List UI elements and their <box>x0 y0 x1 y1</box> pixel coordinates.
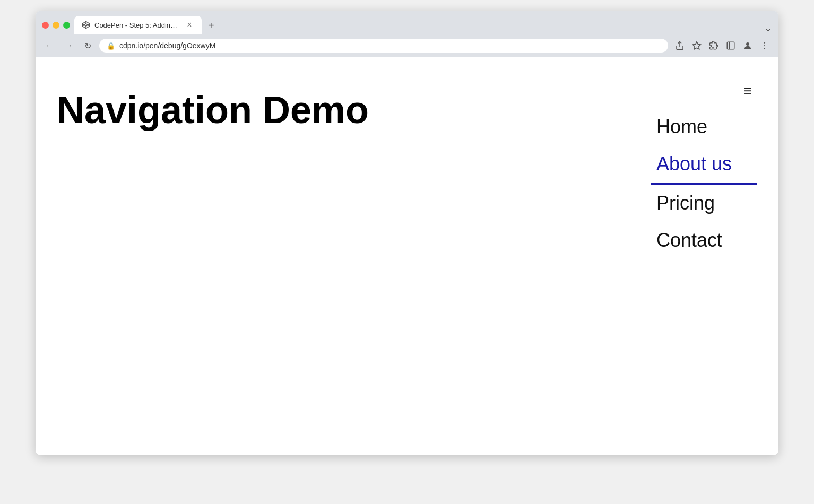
lock-icon: 🔒 <box>107 42 115 50</box>
reload-icon: ↻ <box>84 41 91 51</box>
more-icon <box>760 41 769 50</box>
nav-link-home[interactable]: Home <box>651 108 757 145</box>
browser-window: CodePen - Step 5: Adding a bu × + ⌄ ← → … <box>36 11 778 455</box>
url-text: cdpn.io/pen/debug/gOexwyM <box>119 41 661 50</box>
navigation-panel: ≡ Home About us Pricing Contact <box>640 79 757 434</box>
browser-chrome: CodePen - Step 5: Adding a bu × + ⌄ ← → … <box>36 11 778 57</box>
share-icon <box>675 41 685 50</box>
address-bar-row: ← → ↻ 🔒 cdpn.io/pen/debug/gOexwyM <box>36 34 778 57</box>
nav-link-contact[interactable]: Contact <box>651 222 757 259</box>
share-button[interactable] <box>672 38 687 53</box>
extensions-icon <box>709 41 718 50</box>
page-heading: Navigation Demo <box>57 89 640 131</box>
forward-icon: → <box>64 41 73 50</box>
sidebar-icon <box>726 41 735 50</box>
extensions-button[interactable] <box>706 38 721 53</box>
page-main: Navigation Demo <box>57 79 640 434</box>
svg-point-10 <box>764 48 765 49</box>
svg-point-9 <box>764 45 765 46</box>
back-button[interactable]: ← <box>42 38 57 53</box>
nav-link-about[interactable]: About us <box>651 145 757 185</box>
address-bar[interactable]: 🔒 cdpn.io/pen/debug/gOexwyM <box>99 39 668 53</box>
close-button[interactable] <box>42 22 49 29</box>
address-actions <box>672 38 772 53</box>
bookmark-button[interactable] <box>689 38 704 53</box>
svg-point-7 <box>746 42 749 46</box>
back-icon: ← <box>45 41 54 50</box>
tab-bar: CodePen - Step 5: Adding a bu × + ⌄ <box>74 16 772 34</box>
forward-button[interactable]: → <box>61 38 76 53</box>
active-tab[interactable]: CodePen - Step 5: Adding a bu × <box>74 16 202 34</box>
profile-icon <box>743 41 752 50</box>
more-button[interactable] <box>757 38 772 53</box>
minimize-button[interactable] <box>53 22 59 29</box>
svg-marker-4 <box>693 42 701 49</box>
tab-right-controls: ⌄ <box>764 22 772 34</box>
svg-rect-5 <box>727 42 734 49</box>
reload-button[interactable]: ↻ <box>80 38 95 53</box>
tab-title: CodePen - Step 5: Adding a bu <box>94 21 180 29</box>
page-content: Navigation Demo ≡ Home About us Pricing … <box>36 57 778 455</box>
codepen-icon <box>82 21 90 29</box>
new-tab-button[interactable]: + <box>204 18 219 34</box>
hamburger-button[interactable]: ≡ <box>744 84 752 98</box>
title-bar: CodePen - Step 5: Adding a bu × + ⌄ <box>36 11 778 34</box>
star-icon <box>692 41 702 50</box>
tab-close-button[interactable]: × <box>185 20 194 30</box>
nav-links: Home About us Pricing Contact <box>651 108 757 259</box>
sidebar-button[interactable] <box>723 38 738 53</box>
svg-point-8 <box>764 42 765 44</box>
profile-button[interactable] <box>740 38 755 53</box>
nav-link-pricing[interactable]: Pricing <box>651 185 757 222</box>
maximize-button[interactable] <box>63 22 70 29</box>
collapse-tabs-button[interactable]: ⌄ <box>764 22 772 34</box>
traffic-lights <box>42 22 70 29</box>
